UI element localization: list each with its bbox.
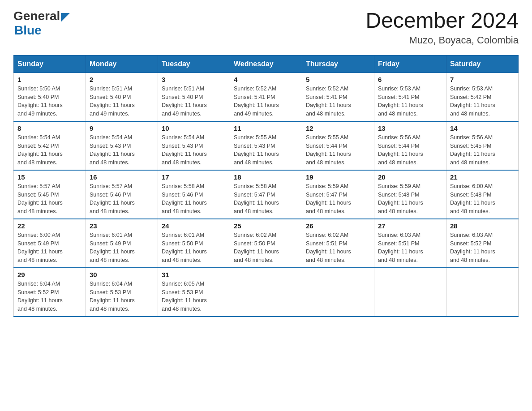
day-info: Sunrise: 5:53 AMSunset: 5:41 PMDaylight:… bbox=[378, 85, 442, 118]
day-info: Sunrise: 5:57 AMSunset: 5:46 PMDaylight:… bbox=[90, 182, 154, 216]
day-info: Sunrise: 5:55 AMSunset: 5:43 PMDaylight:… bbox=[234, 133, 298, 167]
day-info: Sunrise: 5:56 AMSunset: 5:45 PMDaylight:… bbox=[450, 133, 515, 167]
day-info: Sunrise: 6:01 AMSunset: 5:50 PMDaylight:… bbox=[162, 231, 226, 265]
day-number: 29 bbox=[17, 271, 82, 278]
day-number: 9 bbox=[90, 124, 154, 132]
day-number: 12 bbox=[306, 124, 370, 132]
day-number: 22 bbox=[17, 222, 82, 230]
day-info: Sunrise: 6:00 AMSunset: 5:49 PMDaylight:… bbox=[17, 231, 82, 265]
col-sunday: Sunday bbox=[14, 55, 86, 73]
calendar-day-cell: 6Sunrise: 5:53 AMSunset: 5:41 PMDaylight… bbox=[374, 73, 446, 121]
calendar-day-cell: 8Sunrise: 5:54 AMSunset: 5:42 PMDaylight… bbox=[14, 121, 86, 170]
day-number: 16 bbox=[90, 173, 154, 181]
day-number: 14 bbox=[450, 124, 515, 132]
day-number: 1 bbox=[17, 76, 82, 83]
day-number: 19 bbox=[306, 173, 370, 181]
day-info: Sunrise: 6:04 AMSunset: 5:53 PMDaylight:… bbox=[90, 280, 154, 313]
day-number: 4 bbox=[234, 76, 298, 83]
day-number: 8 bbox=[17, 124, 82, 132]
calendar-day-cell: 4Sunrise: 5:52 AMSunset: 5:41 PMDaylight… bbox=[230, 73, 302, 121]
day-info: Sunrise: 6:04 AMSunset: 5:52 PMDaylight:… bbox=[17, 280, 82, 313]
calendar-day-cell: 24Sunrise: 6:01 AMSunset: 5:50 PMDayligh… bbox=[158, 219, 230, 268]
calendar-day-cell: 1Sunrise: 5:50 AMSunset: 5:40 PMDaylight… bbox=[14, 73, 86, 121]
calendar-day-cell: 7Sunrise: 5:53 AMSunset: 5:42 PMDaylight… bbox=[446, 73, 519, 121]
day-info: Sunrise: 6:03 AMSunset: 5:52 PMDaylight:… bbox=[450, 231, 515, 265]
day-info: Sunrise: 5:54 AMSunset: 5:42 PMDaylight:… bbox=[17, 133, 82, 167]
calendar-day-cell bbox=[230, 268, 302, 317]
title-block: December 2024 Muzo, Boyaca, Colombia bbox=[365, 9, 519, 46]
day-info: Sunrise: 5:59 AMSunset: 5:47 PMDaylight:… bbox=[306, 182, 370, 216]
day-info: Sunrise: 5:51 AMSunset: 5:40 PMDaylight:… bbox=[162, 85, 226, 118]
day-info: Sunrise: 5:54 AMSunset: 5:43 PMDaylight:… bbox=[162, 133, 226, 167]
calendar-day-cell: 5Sunrise: 5:52 AMSunset: 5:41 PMDaylight… bbox=[302, 73, 374, 121]
logo-general-text: General bbox=[13, 9, 60, 23]
day-number: 15 bbox=[17, 173, 82, 181]
day-number: 27 bbox=[378, 222, 442, 230]
calendar-day-cell: 28Sunrise: 6:03 AMSunset: 5:52 PMDayligh… bbox=[446, 219, 519, 268]
calendar-day-cell: 19Sunrise: 5:59 AMSunset: 5:47 PMDayligh… bbox=[302, 170, 374, 219]
day-info: Sunrise: 5:56 AMSunset: 5:44 PMDaylight:… bbox=[378, 133, 442, 167]
day-info: Sunrise: 5:54 AMSunset: 5:43 PMDaylight:… bbox=[90, 133, 154, 167]
day-info: Sunrise: 5:59 AMSunset: 5:48 PMDaylight:… bbox=[378, 182, 442, 216]
calendar-week-row: 29Sunrise: 6:04 AMSunset: 5:52 PMDayligh… bbox=[14, 268, 519, 317]
col-saturday: Saturday bbox=[446, 55, 519, 73]
calendar-day-cell: 27Sunrise: 6:03 AMSunset: 5:51 PMDayligh… bbox=[374, 219, 446, 268]
calendar-day-cell: 26Sunrise: 6:02 AMSunset: 5:51 PMDayligh… bbox=[302, 219, 374, 268]
calendar-day-cell: 9Sunrise: 5:54 AMSunset: 5:43 PMDaylight… bbox=[86, 121, 158, 170]
day-number: 28 bbox=[450, 222, 515, 230]
day-number: 26 bbox=[306, 222, 370, 230]
day-number: 11 bbox=[234, 124, 298, 132]
day-number: 7 bbox=[450, 76, 515, 83]
day-info: Sunrise: 5:52 AMSunset: 5:41 PMDaylight:… bbox=[306, 85, 370, 118]
day-info: Sunrise: 5:50 AMSunset: 5:40 PMDaylight:… bbox=[17, 85, 82, 118]
day-info: Sunrise: 5:58 AMSunset: 5:46 PMDaylight:… bbox=[162, 182, 226, 216]
col-monday: Monday bbox=[86, 55, 158, 73]
calendar-day-cell: 13Sunrise: 5:56 AMSunset: 5:44 PMDayligh… bbox=[374, 121, 446, 170]
day-info: Sunrise: 5:53 AMSunset: 5:42 PMDaylight:… bbox=[450, 85, 515, 118]
day-number: 30 bbox=[90, 271, 154, 278]
day-number: 23 bbox=[90, 222, 154, 230]
col-wednesday: Wednesday bbox=[230, 55, 302, 73]
calendar-day-cell: 30Sunrise: 6:04 AMSunset: 5:53 PMDayligh… bbox=[86, 268, 158, 317]
page-header: General Blue December 2024 Muzo, Boyaca,… bbox=[13, 9, 519, 46]
col-tuesday: Tuesday bbox=[158, 55, 230, 73]
calendar-week-row: 15Sunrise: 5:57 AMSunset: 5:45 PMDayligh… bbox=[14, 170, 519, 219]
day-number: 24 bbox=[162, 222, 226, 230]
day-number: 5 bbox=[306, 76, 370, 83]
day-number: 10 bbox=[162, 124, 226, 132]
day-info: Sunrise: 6:02 AMSunset: 5:51 PMDaylight:… bbox=[306, 231, 370, 265]
calendar-day-cell: 3Sunrise: 5:51 AMSunset: 5:40 PMDaylight… bbox=[158, 73, 230, 121]
col-thursday: Thursday bbox=[302, 55, 374, 73]
calendar-day-cell: 31Sunrise: 6:05 AMSunset: 5:53 PMDayligh… bbox=[158, 268, 230, 317]
calendar-day-cell: 15Sunrise: 5:57 AMSunset: 5:45 PMDayligh… bbox=[14, 170, 86, 219]
day-info: Sunrise: 6:05 AMSunset: 5:53 PMDaylight:… bbox=[162, 280, 226, 313]
calendar-week-row: 1Sunrise: 5:50 AMSunset: 5:40 PMDaylight… bbox=[14, 73, 519, 121]
day-info: Sunrise: 6:01 AMSunset: 5:49 PMDaylight:… bbox=[90, 231, 154, 265]
logo: General Blue bbox=[13, 9, 70, 38]
day-number: 18 bbox=[234, 173, 298, 181]
calendar-day-cell: 12Sunrise: 5:55 AMSunset: 5:44 PMDayligh… bbox=[302, 121, 374, 170]
logo-blue-text: Blue bbox=[14, 23, 42, 38]
col-friday: Friday bbox=[374, 55, 446, 73]
day-number: 6 bbox=[378, 76, 442, 83]
logo-arrow-icon bbox=[61, 13, 70, 22]
calendar-week-row: 8Sunrise: 5:54 AMSunset: 5:42 PMDaylight… bbox=[14, 121, 519, 170]
day-info: Sunrise: 5:57 AMSunset: 5:45 PMDaylight:… bbox=[17, 182, 82, 216]
calendar-day-cell: 21Sunrise: 6:00 AMSunset: 5:48 PMDayligh… bbox=[446, 170, 519, 219]
day-info: Sunrise: 5:52 AMSunset: 5:41 PMDaylight:… bbox=[234, 85, 298, 118]
calendar-day-cell: 22Sunrise: 6:00 AMSunset: 5:49 PMDayligh… bbox=[14, 219, 86, 268]
calendar-day-cell: 10Sunrise: 5:54 AMSunset: 5:43 PMDayligh… bbox=[158, 121, 230, 170]
day-number: 2 bbox=[90, 76, 154, 83]
month-year-title: December 2024 bbox=[365, 9, 519, 33]
day-info: Sunrise: 6:03 AMSunset: 5:51 PMDaylight:… bbox=[378, 231, 442, 265]
day-info: Sunrise: 5:58 AMSunset: 5:47 PMDaylight:… bbox=[234, 182, 298, 216]
calendar-day-cell: 14Sunrise: 5:56 AMSunset: 5:45 PMDayligh… bbox=[446, 121, 519, 170]
day-number: 3 bbox=[162, 76, 226, 83]
day-number: 21 bbox=[450, 173, 515, 181]
calendar-day-cell: 25Sunrise: 6:02 AMSunset: 5:50 PMDayligh… bbox=[230, 219, 302, 268]
calendar-table: Sunday Monday Tuesday Wednesday Thursday… bbox=[13, 55, 519, 317]
day-number: 13 bbox=[378, 124, 442, 132]
day-number: 20 bbox=[378, 173, 442, 181]
calendar-day-cell: 18Sunrise: 5:58 AMSunset: 5:47 PMDayligh… bbox=[230, 170, 302, 219]
calendar-day-cell: 17Sunrise: 5:58 AMSunset: 5:46 PMDayligh… bbox=[158, 170, 230, 219]
